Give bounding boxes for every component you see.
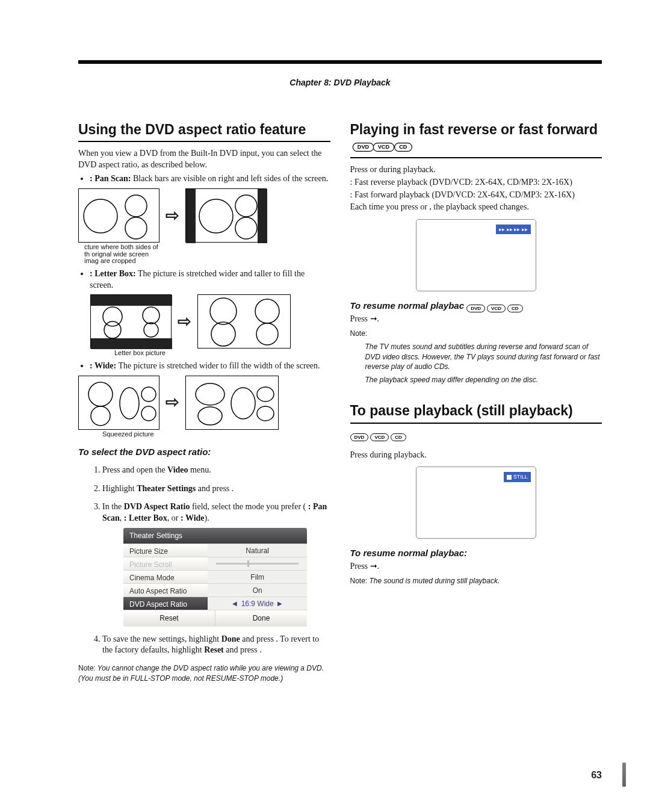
select-heading: To select the DVD aspect ratio: bbox=[78, 446, 330, 458]
format-badges-inline: DVD VCD CD bbox=[466, 305, 522, 312]
right-p1: Press or during playback. bbox=[350, 164, 602, 176]
svg-rect-4 bbox=[258, 189, 267, 243]
svg-point-22 bbox=[141, 406, 156, 421]
svg-point-14 bbox=[210, 298, 237, 324]
pan-scan-label: : Pan Scan: bbox=[90, 174, 131, 183]
step-3: In the DVD Aspect Ratio field, select th… bbox=[102, 501, 330, 626]
settings-row-picture-scroll: Picture Scroll bbox=[123, 557, 307, 570]
settings-row-picture-size: Picture Size Natural bbox=[123, 544, 307, 557]
svg-point-7 bbox=[235, 217, 257, 239]
osd-fast-forward: ▸▸ ▸▸ ▸▸ ▸▸ bbox=[496, 225, 531, 234]
pause-icon bbox=[507, 475, 512, 480]
svg-rect-8 bbox=[91, 295, 172, 306]
right-p4: Each time you press or , the playback sp… bbox=[350, 202, 602, 213]
right-p3: : Fast forward playback (DVD/VCD: 2X-64X… bbox=[350, 190, 602, 201]
right-title-2: To pause playback (still playback) bbox=[350, 403, 602, 418]
svg-point-23 bbox=[196, 383, 224, 405]
svg-point-11 bbox=[104, 321, 121, 338]
svg-point-20 bbox=[120, 388, 139, 419]
tv-illustration-ff: ▸▸ ▸▸ ▸▸ ▸▸ bbox=[416, 219, 536, 291]
settings-row-dvd-aspect: DVD Aspect Ratio ◀ 16:9 Wide ▶ bbox=[123, 597, 307, 610]
page-number: 63 bbox=[591, 769, 602, 782]
svg-point-1 bbox=[125, 195, 147, 217]
settings-done: Done bbox=[215, 610, 307, 626]
wide-label: : Wide: bbox=[90, 361, 116, 370]
note-block-1: Note: bbox=[350, 329, 602, 338]
note1-body: The TV mutes sound and subtitles during … bbox=[365, 342, 602, 371]
dvd-badge: DVD bbox=[352, 143, 374, 152]
right-p2: : Fast reverse playback (DVD/VCD: 2X-64X… bbox=[350, 177, 602, 188]
svg-point-27 bbox=[257, 406, 274, 421]
tv-illustration-still: STILL bbox=[416, 466, 536, 539]
pan-scan-item: : Pan Scan: Black bars are visible on ri… bbox=[90, 173, 330, 185]
resume2-body: Press ➞. bbox=[350, 561, 602, 572]
step-2: Highlight Theater Settings and press . bbox=[102, 483, 330, 495]
pan-scan-illustration: ⇨ bbox=[78, 188, 330, 243]
note1a-body: The playback speed may differ depending … bbox=[365, 375, 602, 385]
letter-box-illustration: ⇨ bbox=[90, 294, 330, 349]
settings-header: Theater Settings bbox=[123, 528, 307, 544]
rule bbox=[78, 141, 330, 142]
letter-box-caption: Letter box picture bbox=[114, 350, 330, 357]
format-badges: DVD VCD CD bbox=[354, 143, 411, 151]
rule bbox=[350, 157, 602, 158]
svg-point-15 bbox=[211, 322, 235, 346]
page-edge-tab bbox=[622, 763, 626, 787]
step-4: To save the new settings, highlight Done… bbox=[102, 634, 330, 657]
resume-heading-2: To resume normal playbac: bbox=[350, 547, 602, 559]
step-1: Press and open the Video menu. bbox=[102, 465, 330, 476]
wide-item: : Wide: The picture is stretched wider t… bbox=[90, 361, 330, 372]
pan-scan-desc: Black bars are visible on right and left… bbox=[133, 174, 328, 183]
right-title-1: Playing in fast reverse or fast forward … bbox=[350, 122, 602, 153]
svg-point-24 bbox=[198, 407, 222, 425]
svg-point-16 bbox=[255, 299, 279, 323]
rule bbox=[350, 423, 602, 424]
svg-point-0 bbox=[84, 199, 117, 233]
top-rule bbox=[78, 60, 602, 64]
arrow-icon: ⇨ bbox=[166, 208, 179, 224]
svg-point-25 bbox=[231, 388, 255, 419]
pan-scan-caption: cture where both sides of th orignal wid… bbox=[84, 244, 330, 265]
theater-settings-panel: Theater Settings Picture Size Natural Pi… bbox=[123, 528, 307, 626]
wide-caption: Squeezed picture bbox=[102, 431, 330, 438]
note2: Note: The sound is muted during still pl… bbox=[350, 576, 602, 586]
format-badges: DVD VCD CD bbox=[350, 433, 406, 441]
arrow-icon: ⇨ bbox=[166, 394, 179, 411]
svg-point-6 bbox=[235, 195, 257, 217]
wide-illustration: ⇨ bbox=[78, 376, 330, 430]
settings-footer: Reset Done bbox=[123, 610, 307, 626]
svg-point-19 bbox=[91, 406, 110, 426]
letter-box-label: : Letter Box: bbox=[90, 269, 136, 278]
settings-row-auto-aspect: Auto Aspect Ratio On bbox=[123, 583, 307, 597]
svg-point-13 bbox=[144, 323, 158, 337]
svg-point-21 bbox=[141, 387, 156, 401]
settings-row-cinema-mode: Cinema Mode Film bbox=[123, 570, 307, 583]
resume1-body: Press ➞. bbox=[350, 314, 602, 325]
left-intro: When you view a DVD from the Built-In DV… bbox=[78, 148, 330, 171]
wide-desc: The picture is stretched wider to fill t… bbox=[118, 361, 320, 370]
letter-box-item: : Letter Box: The picture is stretched w… bbox=[90, 268, 330, 291]
chapter-heading: Chapter 8: DVD Playback bbox=[78, 77, 602, 88]
svg-point-12 bbox=[143, 307, 159, 324]
settings-reset: Reset bbox=[123, 610, 215, 626]
left-title: Using the DVD aspect ratio feature bbox=[78, 122, 330, 137]
left-note: Note: You cannot change the DVD aspect r… bbox=[78, 663, 330, 683]
cd-badge: CD bbox=[394, 143, 412, 152]
svg-rect-3 bbox=[186, 189, 196, 243]
svg-point-18 bbox=[88, 382, 113, 406]
osd-still: STILL bbox=[504, 472, 531, 482]
vcd-badge: VCD bbox=[373, 143, 395, 152]
right-p5: Press during playback. bbox=[350, 450, 602, 461]
arrow-icon: ⇨ bbox=[178, 314, 191, 330]
resume-heading-1: To resume normal playbac DVD VCD CD bbox=[350, 300, 602, 312]
svg-point-5 bbox=[199, 199, 233, 233]
svg-point-2 bbox=[125, 217, 147, 239]
svg-point-17 bbox=[256, 323, 278, 345]
svg-rect-9 bbox=[91, 338, 172, 349]
svg-point-26 bbox=[257, 387, 274, 401]
svg-point-10 bbox=[103, 307, 122, 326]
